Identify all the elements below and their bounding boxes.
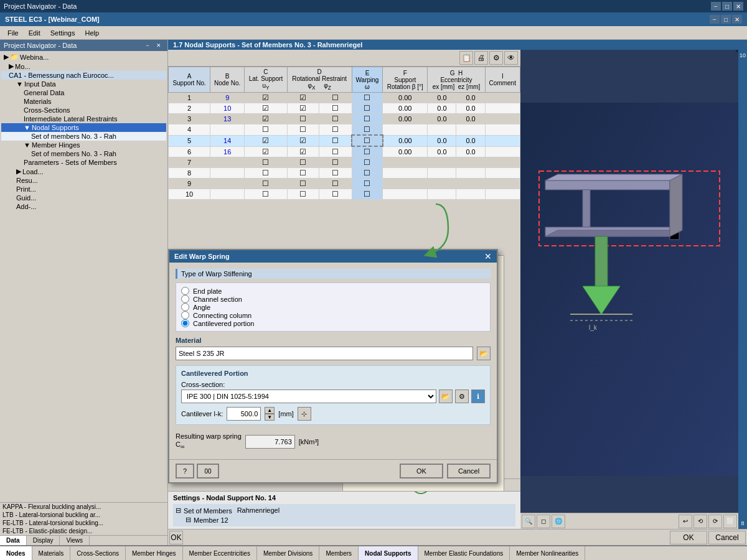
col-c-header[interactable]: CLat. SupportuY [245,67,287,93]
cell-lat[interactable]: ☑ [245,103,287,114]
toolbar-visibility[interactable]: 👁 [504,51,518,65]
cross-section-select[interactable]: IPE 300 | DIN 1025-5:1994 [181,390,436,403]
radio-connecting-input[interactable] [181,311,189,319]
radio-cantilevered-input[interactable] [181,319,189,327]
status-tab-members[interactable]: Members [319,546,359,560]
col-f-header[interactable]: FSupportRotation β [°] [383,67,428,93]
app-minimize-button[interactable]: − [710,15,720,24]
inner-title-controls[interactable]: − □ ✕ [710,15,742,24]
bottom-btn1[interactable]: OK [169,531,183,544]
table-row[interactable]: 7☐☐☐☐ [169,157,520,168]
radio-end-plate[interactable]: End plate [181,287,485,295]
material-browse-button[interactable]: 📂 [477,347,491,360]
cell-rotz[interactable]: ☐ [319,103,352,114]
app-close-button[interactable]: ✕ [732,15,742,24]
tree-item-set-hinges[interactable]: Set of members No. 3 - Rah [1,149,166,158]
cell-warp[interactable]: ☐ [352,93,382,103]
cell-rotz[interactable]: ☐ [319,146,352,157]
cell-lat[interactable]: ☐ [245,124,287,136]
tree-elastic[interactable]: FE-LTB - Elastic-plastic design... [0,527,167,535]
table-row[interactable]: 2 10 ☑ ☑ ☐ ☐ 0.00 0.0 0.0 [169,103,520,114]
cell-warp[interactable]: ☐ [352,146,382,157]
tree-item-lateral[interactable]: Intermediate Lateral Restraints [1,114,166,123]
cell-warp[interactable]: ☐ [352,135,382,146]
dialog-ok-button[interactable]: OK [400,464,443,478]
cantilever-down[interactable]: ▼ [265,414,275,421]
view-btn-r2[interactable]: ⟲ [693,515,707,528]
cantilever-select[interactable]: ⊹ [298,407,311,421]
cell-rotz[interactable]: ☐ [319,124,352,136]
cantilever-input[interactable] [227,407,261,421]
tree-item-webinar[interactable]: ▶ 📁 Webina... [1,52,166,62]
radio-cantilevered[interactable]: Cantilevered portion [181,319,485,327]
dialog-help-button[interactable]: ? [176,464,194,478]
view-btn-r3[interactable]: ⟳ [708,515,722,528]
material-input[interactable] [176,347,473,360]
table-row[interactable]: 3 13 ☑ ☐ ☐ ☐ 0.00 0.0 0.0 [169,114,520,124]
cell-rotx[interactable]: ☑ [287,103,319,114]
tree-item-loads[interactable]: ▶ Load... [1,167,166,176]
settings-collapse[interactable]: ⊟ Set of Members [176,506,232,515]
tree-item-guide[interactable]: Guid... [1,194,166,202]
tree-item-add[interactable]: Add-... [1,202,166,211]
status-tab-nodal[interactable]: Nodal Supports [359,546,418,560]
cross-section-browse[interactable]: 📂 [439,390,453,403]
minimize-button[interactable]: − [711,2,721,11]
side-num-8[interactable]: 8 [740,518,745,529]
cell-rotx[interactable]: ☑ [287,146,319,157]
radio-channel-input[interactable] [181,295,189,303]
tab-views[interactable]: Views [60,536,90,545]
status-tab-hinges[interactable]: Member Hinges [126,546,183,560]
dialog-reset-button[interactable]: 00 [197,464,219,478]
cross-section-settings[interactable]: ⚙ [455,390,469,403]
panel-minimize[interactable]: − [143,41,153,50]
menu-file[interactable]: File [2,28,24,38]
tree-item-hinges[interactable]: ▼ Member Hinges [1,141,166,149]
tree-item-materials[interactable]: Materials [1,97,166,106]
tree-item-cross[interactable]: Cross-Sections [1,106,166,114]
cross-section-info[interactable]: ℹ [471,390,485,403]
menu-edit[interactable]: Edit [24,28,45,38]
cell-warp[interactable]: ☐ [352,114,382,124]
view-btn-r4[interactable]: ⬜ [723,515,737,528]
status-tab-elastic[interactable]: Member Elastic Foundations [418,546,510,560]
tab-data[interactable]: Data [0,536,27,545]
cell-rotz[interactable]: ☐ [319,135,352,146]
dialog-close-button[interactable]: ✕ [484,252,492,261]
view-btn-render[interactable]: 🌐 [552,515,565,528]
bottom-ok[interactable]: OK [670,531,707,544]
radio-angle[interactable]: Angle [181,303,485,311]
table-row-selected[interactable]: 5 14 ☑ ☑ ☐ ☐ 0.00 0.0 0.0 [169,135,520,146]
side-num-10[interactable]: 10 [738,50,747,61]
bottom-cancel[interactable]: Cancel [708,531,746,544]
table-row[interactable]: 6 16 ☑ ☑ ☐ ☐ 0.00 0.0 0.0 [169,146,520,157]
tree-kappa[interactable]: KAPPA - Flexural buckling analysi... [0,503,167,511]
app-restore-button[interactable]: □ [721,15,731,24]
tree-item-results[interactable]: Resu... [1,176,166,185]
col-a-header[interactable]: ASupport No. [169,67,210,93]
panel-close[interactable]: ✕ [154,41,164,50]
col-b-header[interactable]: BNode No. [210,67,245,93]
cell-rotx[interactable]: ☑ [287,93,319,103]
tree-item-mod[interactable]: ▶ Mo... [1,62,166,71]
tree-item-ca1[interactable]: CA1 - Bemessung nach Eurococ... [1,71,166,80]
radio-angle-input[interactable] [181,303,189,311]
radio-connecting[interactable]: Connecting column [181,311,485,319]
status-tab-cross[interactable]: Cross-Sections [70,546,126,560]
cell-rotz[interactable]: ☐ [319,93,352,103]
col-e-header[interactable]: EWarpingω [352,67,382,93]
cell-rotx[interactable]: ☑ [287,135,319,146]
cell-rotx[interactable]: ☐ [287,114,319,124]
cell-rotz[interactable]: ☐ [319,114,352,124]
tree-item-params[interactable]: Parameters - Sets of Members [1,158,166,167]
view-btn-r1[interactable]: ↩ [679,515,692,528]
title-bar-controls[interactable]: − □ ✕ [711,2,743,11]
toolbar-btn1[interactable]: 📋 [459,51,473,65]
dialog-cancel-button[interactable]: Cancel [447,464,491,478]
cell-lat[interactable]: ☑ [245,114,287,124]
col-d-header[interactable]: DRotational RestraintφX φZ [287,67,352,93]
radio-channel[interactable]: Channel section [181,295,485,303]
cantilever-spinners[interactable]: ▲ ▼ [265,407,275,421]
status-tab-nodes[interactable]: Nodes [0,546,32,560]
status-tab-eccentricities[interactable]: Member Eccentricities [183,546,257,560]
